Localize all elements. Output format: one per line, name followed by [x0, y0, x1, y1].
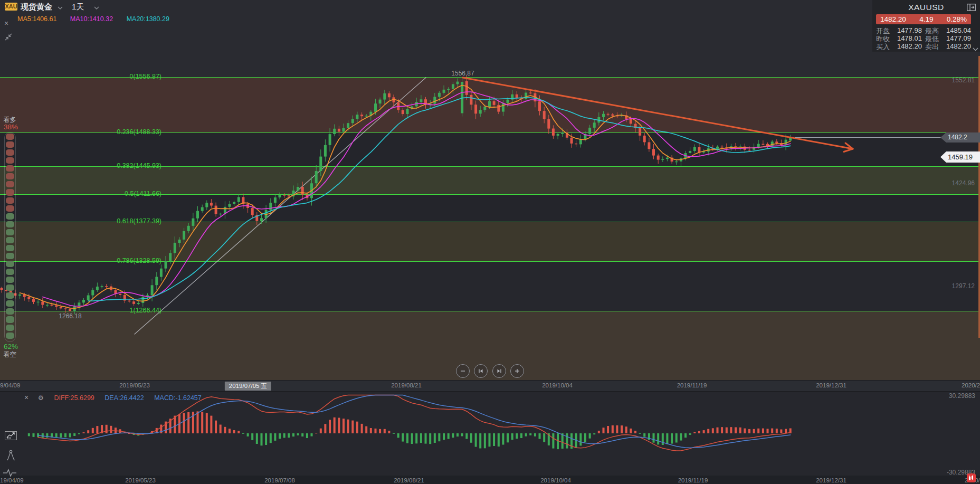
- compass-icon: [6, 450, 15, 461]
- time-axis-label: 2019/08/21: [391, 382, 422, 388]
- gauge-segment: [6, 205, 14, 212]
- gauge-segment: [6, 149, 14, 156]
- candlestick-chart[interactable]: [0, 0, 980, 484]
- time-axis-label-highlighted: 2019/07/05 五: [225, 382, 271, 391]
- gauge-segment: [6, 197, 14, 204]
- macd-header: × ⚙ DIFF:25.6299 DEA:26.4422 MACD:-1.624…: [0, 393, 202, 402]
- time-axis-label: 2019/05/23: [125, 477, 156, 483]
- gauge-segment: [6, 134, 14, 140]
- collapse-arrows-icon: [4, 33, 13, 41]
- gauge-segment: [6, 213, 14, 220]
- level-price-tag: 1459.19: [940, 151, 980, 163]
- symbol-name-dropdown[interactable]: 现货黄金: [21, 2, 63, 12]
- quote-price-row[interactable]: 1482.20 4.19 0.28%: [876, 14, 971, 24]
- price-axis-label: 1424.96: [952, 179, 975, 187]
- main-time-axis[interactable]: 9/04/092019/05/232019/07/05 五2019/08/212…: [0, 380, 980, 392]
- macd-dea-value: DEA:26.4422: [104, 394, 144, 402]
- gauge-segment: [6, 316, 14, 322]
- gauge-segment: [6, 141, 14, 148]
- gauge-segment: [6, 308, 14, 315]
- time-axis-label: 2019/11/19: [678, 477, 708, 483]
- quote-row-prev-low: 昨收1478.01 最低1477.09: [876, 34, 971, 42]
- gauge-segment: [6, 221, 14, 227]
- time-axis-label: 2019/10/04: [540, 477, 571, 483]
- trend-tool-icon[interactable]: [5, 430, 17, 443]
- gauge-segment: [6, 229, 14, 235]
- last-price-tag: 1482.2: [940, 132, 980, 143]
- bear-label: 看空: [3, 350, 16, 359]
- chevron-down-icon: [973, 48, 978, 51]
- timeframe-dropdown[interactable]: 1天: [72, 2, 99, 12]
- close-icon[interactable]: ×: [24, 393, 28, 402]
- sentiment-gauge: [4, 132, 16, 342]
- ma20-value: MA20:1380.29: [127, 15, 169, 23]
- pulse-tool-icon[interactable]: [3, 469, 17, 479]
- gauge-segment: [6, 165, 14, 172]
- axis-edge-stripe: [978, 56, 980, 338]
- gauge-segment: [6, 189, 14, 195]
- ma10-value: MA10:1410.32: [70, 15, 113, 23]
- price-axis-label: 1297.12: [952, 282, 975, 290]
- time-axis-label: 2019/12/31: [816, 477, 846, 483]
- gauge-segment: [6, 173, 14, 179]
- chevron-down-icon: [58, 6, 63, 10]
- time-axis-label: 2019/11/19: [677, 382, 707, 388]
- gauge-segment: [6, 237, 14, 243]
- skip-to-end-button[interactable]: [492, 364, 506, 378]
- time-axis-label: 2020/2: [962, 382, 980, 388]
- gauge-segment: [6, 157, 14, 164]
- minus-icon: [460, 368, 466, 374]
- skip-to-start-icon: [478, 368, 484, 374]
- gauge-segment: [6, 181, 14, 187]
- time-axis-label: 2019/10/04: [542, 382, 573, 388]
- quote-last-price: 1482.20: [880, 15, 906, 23]
- symbol-badge: XAU: [5, 3, 17, 11]
- plus-icon: [514, 368, 520, 374]
- time-axis-label: 2019/05/23: [119, 382, 150, 388]
- gauge-segment: [6, 325, 14, 331]
- bull-percent: 38%: [4, 123, 18, 131]
- macd-value: MACD:-1.62457: [154, 394, 202, 402]
- close-chart-icon[interactable]: ×: [4, 19, 8, 27]
- gauge-segment: [6, 292, 14, 299]
- quote-change: 4.19: [919, 15, 933, 23]
- macd-time-axis[interactable]: 19/04/092019/05/232019/07/082019/08/2120…: [0, 476, 980, 484]
- chevron-down-icon: [94, 6, 99, 10]
- macd-scale-top: 30.29883: [949, 392, 975, 400]
- watermark-badge-icon: [967, 473, 976, 482]
- gauge-segment: [6, 284, 14, 291]
- price-axis-label: 1552.81: [952, 77, 975, 84]
- panel-toggle-icon[interactable]: [967, 4, 976, 13]
- time-axis-label: 9/04/09: [0, 382, 20, 388]
- gauge-segment: [6, 253, 14, 259]
- gauge-segment: [6, 269, 14, 275]
- quote-symbol-title: XAUUSD: [872, 3, 980, 12]
- zoom-out-button[interactable]: [456, 364, 470, 378]
- gauge-segment: [6, 261, 14, 267]
- quote-panel: XAUUSD 1482.20 4.19 0.28% 开盘1477.98 最高14…: [872, 0, 980, 52]
- bear-percent: 62%: [4, 343, 18, 350]
- quote-row-open-high: 开盘1477.98 最高1485.04: [876, 26, 971, 34]
- gauge-segment: [6, 277, 14, 283]
- skip-to-end-icon: [496, 368, 502, 374]
- quote-row-bid-ask: 买入1482.20 卖出1482.20: [876, 42, 971, 50]
- ma5-value: MA5:1406.61: [17, 15, 56, 23]
- collapse-icon[interactable]: [4, 33, 13, 43]
- gauge-segment: [6, 333, 14, 339]
- pulse-icon: [3, 469, 17, 477]
- time-axis-label: 2019/08/21: [394, 477, 424, 483]
- gauge-segment: [6, 300, 14, 307]
- zoom-in-button[interactable]: [510, 364, 524, 378]
- low-price-label: 1266.18: [59, 312, 81, 320]
- time-axis-label: 2019/12/31: [816, 382, 846, 388]
- quote-change-pct: 0.28%: [947, 15, 967, 23]
- skip-to-start-button[interactable]: [474, 364, 488, 378]
- high-price-label: 1556.87: [451, 70, 474, 77]
- ma-values-row: MA5:1406.61 MA10:1410.32 MA20:1380.29: [17, 15, 181, 23]
- compass-tool-icon[interactable]: [6, 450, 15, 463]
- trading-app: 0(1556.87)0.236(1488.33)0.382(1445.93)0.…: [0, 0, 980, 484]
- quote-expand-chevron[interactable]: [973, 44, 978, 53]
- macd-diff-value: DIFF:25.6299: [54, 394, 94, 402]
- gear-icon[interactable]: ⚙: [38, 394, 44, 402]
- time-axis-label: 2019/07/08: [264, 477, 295, 483]
